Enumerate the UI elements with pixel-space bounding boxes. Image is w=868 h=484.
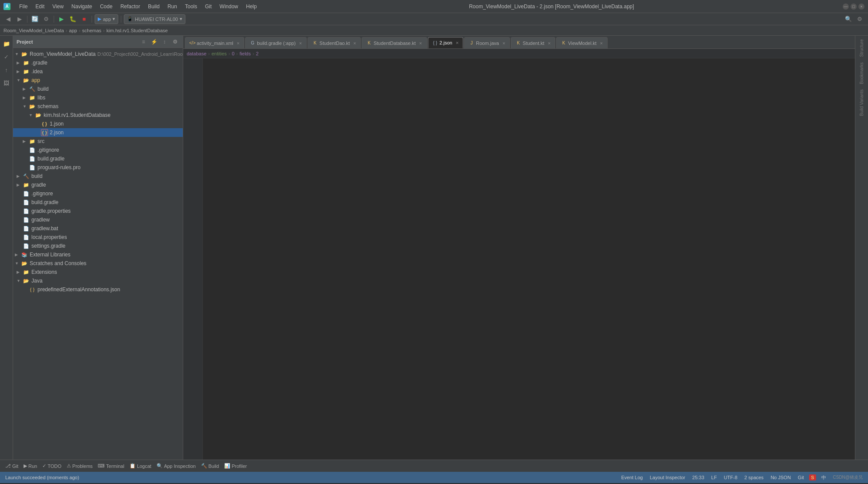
tree-item-src[interactable]: ▶ 📁 src — [13, 137, 183, 146]
panel-icon-2[interactable]: ⚡ — [150, 37, 158, 46]
tab-room[interactable]: J Room.java × — [464, 37, 510, 48]
tree-item-studentdb[interactable]: ▼ 📂 kim.hsl.rv1.StudentDatabase — [13, 111, 183, 119]
status-format[interactable]: No JSON — [769, 475, 793, 480]
tree-item-gitignore-app[interactable]: 📄 .gitignore — [13, 146, 183, 154]
menu-tools[interactable]: Tools — [181, 3, 201, 10]
close-button[interactable]: × — [858, 3, 865, 10]
profiler-tab-btn[interactable]: 📊 Profiler — [222, 462, 249, 470]
tab-close-1[interactable]: × — [299, 41, 302, 46]
toolbar-sync[interactable]: 🔄 — [30, 14, 40, 24]
tab-build-gradle[interactable]: G build.gradle (:app) × — [245, 37, 307, 48]
tab-2json[interactable]: { } 2.json × — [428, 37, 464, 48]
tab-close-2[interactable]: × — [353, 41, 356, 46]
tree-item-build[interactable]: ▶ 🔨 build — [13, 85, 183, 93]
tab-close-4[interactable]: × — [456, 40, 458, 45]
maximize-button[interactable]: □ — [851, 3, 857, 10]
bc-part-0[interactable]: database — [187, 51, 206, 56]
menu-window[interactable]: Window — [216, 3, 242, 10]
tree-item-gradle-root[interactable]: ▶ 📁 gradle — [13, 181, 183, 189]
toolbar-forward[interactable]: ▶ — [15, 14, 24, 24]
tab-student[interactable]: K Student.kt × — [511, 37, 555, 48]
bc-part-2[interactable]: 0 — [232, 51, 234, 56]
tree-item-ext-libs[interactable]: ▶ 📚 External Libraries — [13, 250, 183, 259]
app-inspection-btn[interactable]: 🔍 App Inspection — [155, 462, 198, 470]
tree-item-proguard[interactable]: 📄 proguard-rules.pro — [13, 163, 183, 172]
tab-studentdatabase[interactable]: K StudentDatabase.kt × — [362, 37, 427, 48]
toolbar-settings[interactable]: ⚙ — [41, 14, 51, 24]
panel-icon-settings[interactable]: ⚙ — [171, 37, 179, 46]
menu-refactor[interactable]: Refactor — [117, 3, 144, 10]
status-event-log[interactable]: Event Log — [619, 475, 645, 480]
panel-icon-3[interactable]: ↕ — [160, 37, 169, 46]
minimize-button[interactable]: — — [843, 3, 849, 10]
status-lf[interactable]: LF — [710, 475, 719, 480]
status-indent[interactable]: 2 spaces — [743, 475, 765, 480]
tree-item-idea[interactable]: ▶ 📁 .idea — [13, 67, 183, 76]
tab-close-7[interactable]: × — [600, 41, 603, 46]
git-tab-btn[interactable]: ⎇ Git — [3, 462, 20, 470]
tree-item-gitignore-root[interactable]: 📄 .gitignore — [13, 189, 183, 198]
tab-close-0[interactable]: × — [237, 41, 239, 46]
toolbar-stop[interactable]: ■ — [79, 14, 89, 24]
status-lang[interactable]: 中 — [820, 474, 828, 481]
bookmarks-label[interactable]: Bookmarks — [858, 61, 865, 86]
bc-part-3[interactable]: fields — [239, 51, 251, 56]
toolbar-back[interactable]: ◀ — [3, 14, 13, 24]
tab-close-5[interactable]: × — [502, 41, 505, 46]
problems-tab-btn[interactable]: ⚠ Problems — [65, 462, 94, 470]
tab-viewmodel[interactable]: K ViewModel.kt × — [556, 37, 608, 48]
tab-close-3[interactable]: × — [419, 41, 422, 46]
tree-item-java[interactable]: ▼ 📂 Java — [13, 276, 183, 285]
status-layout-inspector[interactable]: Layout Inspector — [648, 475, 687, 480]
tab-activity-main[interactable]: </> activity_main.xml × — [185, 37, 244, 48]
breadcrumb-item-3[interactable]: kim.hsl.rv1.StudentDatabase — [106, 28, 168, 33]
tree-item-1json[interactable]: { } 1.json — [13, 119, 183, 128]
menu-help[interactable]: Help — [243, 3, 260, 10]
status-position[interactable]: 25:33 — [690, 475, 706, 480]
logcat-tab-btn[interactable]: 📋 Logcat — [128, 462, 153, 470]
run-config-dropdown[interactable]: ▶ app ▾ — [95, 14, 118, 24]
status-launch[interactable]: Launch succeeded (moments ago) — [3, 475, 81, 480]
tree-item-local-props[interactable]: 📄 local.properties — [13, 233, 183, 242]
tree-item-predefined[interactable]: { } predefinedExternalAnnotations.json — [13, 285, 183, 294]
breadcrumb-item-2[interactable]: schemas — [82, 28, 101, 33]
menu-navigate[interactable]: Navigate — [68, 3, 96, 10]
tree-item-gradlew-bat[interactable]: 📄 gradlew.bat — [13, 224, 183, 233]
tree-item-build-root[interactable]: ▶ 🔨 build — [13, 172, 183, 181]
code-content[interactable] — [203, 58, 855, 460]
settings-btn[interactable]: ⚙ — [855, 14, 865, 24]
status-vcs[interactable]: Git — [796, 475, 806, 480]
bc-part-4[interactable]: 2 — [256, 51, 259, 56]
tree-item-extensions[interactable]: ▶ 📁 Extensions — [13, 268, 183, 276]
toolbar-debug[interactable]: 🐛 — [68, 14, 78, 24]
commit-btn[interactable]: ✓ — [0, 51, 13, 63]
tree-item-buildgradle-root[interactable]: 📄 build.gradle — [13, 198, 183, 207]
breadcrumb-item-1[interactable]: app — [69, 28, 77, 33]
tree-item-app[interactable]: ▼ 📂 app — [13, 76, 183, 85]
build-tab-btn[interactable]: 🔨 Build — [199, 462, 221, 470]
tree-item-gradle-props[interactable]: 📄 gradle.properties — [13, 207, 183, 215]
tree-item-scratches[interactable]: ▼ 📂 Scratches and Consoles — [13, 259, 183, 268]
pull-requests-btn[interactable]: ↑ — [0, 64, 13, 76]
tree-item-buildgradle-app[interactable]: 📄 build.gradle — [13, 154, 183, 163]
panel-icon-1[interactable]: ≡ — [139, 37, 148, 46]
menu-view[interactable]: View — [49, 3, 67, 10]
search-btn[interactable]: 🔍 — [844, 14, 853, 24]
resource-manager-btn[interactable]: 🖼 — [0, 77, 13, 89]
menu-run[interactable]: Run — [164, 3, 181, 10]
tab-studentdao[interactable]: K StudentDao.kt × — [308, 37, 361, 48]
project-view-btn[interactable]: 📁 — [0, 37, 13, 50]
breadcrumb-item-0[interactable]: Room_ViewModel_LiveData — [3, 28, 64, 33]
toolbar-run[interactable]: ▶ — [57, 14, 66, 24]
device-dropdown[interactable]: 📱 HUAWEI CTR-AL00 ▾ — [124, 14, 185, 24]
status-charset[interactable]: UTF-8 — [722, 475, 739, 480]
tree-item-gradle-hidden[interactable]: ▶ 📁 .gradle — [13, 58, 183, 67]
todo-tab-btn[interactable]: ✓ TODO — [41, 462, 63, 470]
tree-item-libs[interactable]: ▶ 📁 libs — [13, 93, 183, 102]
tree-item-gradlew[interactable]: 📄 gradlew — [13, 215, 183, 224]
menu-edit[interactable]: Edit — [32, 3, 48, 10]
terminal-tab-btn[interactable]: ⌨ Terminal — [96, 462, 126, 470]
run-tab-btn[interactable]: ▶ Run — [22, 462, 39, 470]
structure-label[interactable]: Structure — [858, 37, 865, 59]
tree-item-settings-gradle[interactable]: 📄 settings.gradle — [13, 242, 183, 250]
